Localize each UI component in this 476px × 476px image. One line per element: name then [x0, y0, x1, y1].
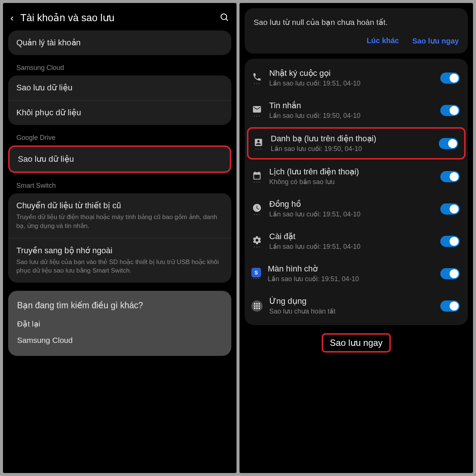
calendar-icon: • • • [251, 170, 263, 183]
transfer-old-row[interactable]: Chuyển dữ liệu từ thiết bị cũ Truyền dữ … [8, 193, 231, 238]
gd-backup-row[interactable]: Sao lưu dữ liệu [10, 147, 230, 171]
transfer-ext-sub: Sao lưu dữ liệu của bạn vào thẻ SD hoặc … [16, 258, 223, 276]
right-screen: Sao lưu từ null của bạn chưa hoàn tất. L… [239, 3, 473, 473]
toggle-switch[interactable] [440, 203, 460, 215]
banner-text: Sao lưu từ null của bạn chưa hoàn tất. [254, 18, 459, 27]
transfer-ext-row[interactable]: Truyền sang bộ nhớ ngoài Sao lưu dữ liệu… [8, 238, 231, 283]
item-title: Ứng dụng [269, 296, 434, 306]
toggle-switch[interactable] [440, 105, 460, 116]
sc-restore-row[interactable]: Khôi phục dữ liệu [8, 100, 231, 125]
backup-list: • • • Nhật ký cuộc gọi Lần sao lưu cuối:… [245, 59, 468, 325]
toggle-switch[interactable] [440, 300, 460, 312]
manage-accounts-card: Quản lý tài khoản [8, 30, 231, 55]
item-sub: Không có bản sao lưu [269, 178, 434, 186]
backup-item-settings[interactable]: • • • Cài đặt Lần sao lưu cuối: 19:51, 0… [245, 225, 468, 257]
svg-line-1 [226, 19, 228, 21]
backup-item-calendar[interactable]: • • • Lịch (lưu trên điện thoại) Không c… [245, 160, 468, 193]
manage-accounts-row[interactable]: Quản lý tài khoản [8, 30, 231, 55]
section-samsung-cloud: Samsung Cloud [8, 59, 231, 75]
smart-switch-card: Chuyển dữ liệu từ thiết bị cũ Truyền dữ … [8, 193, 231, 283]
item-title: Lịch (lưu trên điện thoại) [269, 167, 434, 177]
item-sub: Lần sao lưu cuối: 19:50, 04-10 [269, 112, 434, 120]
toggle-switch[interactable] [440, 171, 460, 182]
transfer-ext-title: Truyền sang bộ nhớ ngoài [16, 246, 223, 255]
section-smart-switch: Smart Switch [8, 177, 231, 193]
gear-icon: • • • [251, 235, 263, 248]
item-title: Màn hình chờ [268, 264, 434, 274]
search-icon[interactable] [219, 12, 229, 23]
backup-item-homescreen[interactable]: S • • • Màn hình chờ Lần sao lưu cuối: 1… [245, 257, 468, 290]
backup-item-apps[interactable]: Ứng dụng Sao lưu chưa hoàn tất [245, 290, 468, 322]
item-sub: Sao lưu chưa hoàn tất [269, 307, 434, 315]
item-title: Đồng hồ [269, 199, 434, 209]
phone-icon: • • • [251, 71, 263, 85]
item-title: Tin nhắn [269, 101, 434, 110]
google-drive-card: Sao lưu dữ liệu [8, 145, 231, 173]
backup-banner: Sao lưu từ null của bạn chưa hoàn tất. L… [245, 8, 468, 54]
header: ‹ Tài khoản và sao lưu [3, 3, 237, 30]
looking-samsung-cloud-link[interactable]: Samsung Cloud [17, 336, 222, 345]
looking-reset-link[interactable]: Đặt lại [17, 319, 222, 328]
toggle-switch[interactable] [440, 268, 460, 279]
item-sub: Lần sao lưu cuối: 19:50, 04-10 [271, 145, 432, 153]
backup-item-call-log[interactable]: • • • Nhật ký cuộc gọi Lần sao lưu cuối:… [245, 62, 468, 94]
left-screen: ‹ Tài khoản và sao lưu Quản lý tài khoản… [3, 3, 237, 473]
contacts-icon: • • • [253, 137, 264, 150]
item-title: Nhật ký cuộc gọi [269, 68, 434, 78]
message-icon: • • • [251, 104, 263, 117]
backup-now-button[interactable]: Sao lưu ngay [322, 333, 391, 353]
looking-title: Bạn đang tìm kiếm điều gì khác? [17, 300, 222, 311]
toggle-switch[interactable] [439, 138, 458, 149]
content: Quản lý tài khoản Samsung Cloud Sao lưu … [3, 30, 237, 473]
item-sub: Lần sao lưu cuối: 19:51, 04-10 [269, 79, 434, 87]
clock-icon: • • • [251, 202, 263, 216]
backup-item-messages[interactable]: • • • Tin nhắn Lần sao lưu cuối: 19:50, … [245, 94, 468, 126]
bottom-bar: Sao lưu ngay [239, 325, 473, 362]
transfer-old-title: Chuyển dữ liệu từ thiết bị cũ [16, 201, 223, 210]
item-sub: Lần sao lưu cuối: 19:51, 04-10 [268, 275, 434, 283]
banner-now-button[interactable]: Sao lưu ngay [412, 36, 459, 45]
item-title: Danh bạ (lưu trên điện thoại) [271, 134, 432, 144]
store-icon: S • • • [251, 268, 261, 280]
banner-actions: Lúc khác Sao lưu ngay [254, 36, 459, 45]
backup-item-contacts[interactable]: • • • Danh bạ (lưu trên điện thoại) Lần … [247, 127, 466, 160]
page-title: Tài khoản và sao lưu [20, 12, 213, 24]
transfer-old-sub: Truyền dữ liệu từ điện thoại hoặc máy tí… [16, 213, 223, 231]
looking-card: Bạn đang tìm kiếm điều gì khác? Đặt lại … [8, 291, 231, 356]
sc-backup-row[interactable]: Sao lưu dữ liệu [8, 75, 231, 100]
toggle-switch[interactable] [440, 236, 460, 247]
item-title: Cài đặt [269, 232, 434, 241]
item-sub: Lần sao lưu cuối: 19:51, 04-10 [269, 210, 434, 218]
samsung-cloud-card: Sao lưu dữ liệu Khôi phục dữ liệu [8, 75, 231, 125]
back-icon[interactable]: ‹ [10, 12, 14, 24]
apps-icon [251, 300, 263, 312]
section-google-drive: Google Drive [8, 129, 231, 145]
svg-point-0 [221, 14, 226, 19]
backup-item-clock[interactable]: • • • Đồng hồ Lần sao lưu cuối: 19:51, 0… [245, 193, 468, 225]
toggle-switch[interactable] [440, 73, 460, 84]
banner-later-button[interactable]: Lúc khác [367, 36, 399, 45]
item-sub: Lần sao lưu cuối: 19:51, 04-10 [269, 242, 434, 251]
